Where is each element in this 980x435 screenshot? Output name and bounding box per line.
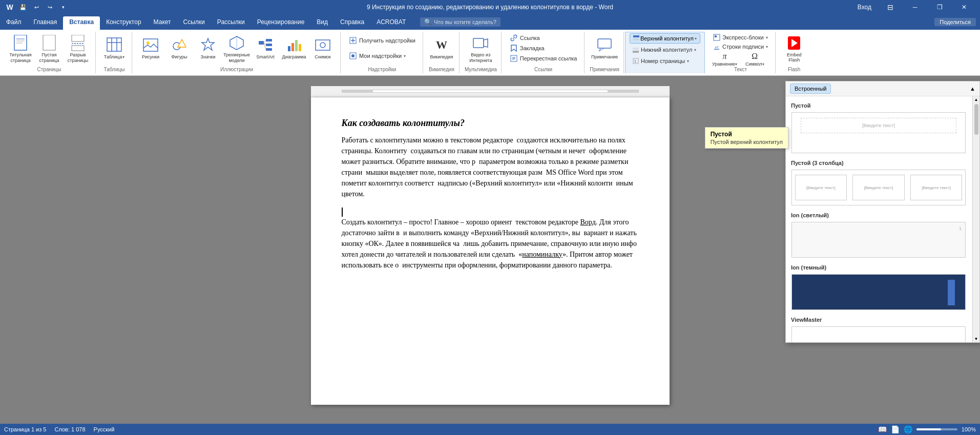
- footer-button[interactable]: Нижний колонтитул ▾: [630, 45, 700, 55]
- tab-help[interactable]: Справка: [334, 16, 370, 30]
- sign-in-button[interactable]: Вход: [851, 0, 878, 14]
- ribbon-tab-bar: Файл Главная Вставка Конструктор Макет С…: [0, 14, 980, 30]
- svg-rect-20: [266, 44, 272, 46]
- flash-group-content: Embed Flash: [781, 33, 807, 66]
- cross-ref-button[interactable]: Перекрестная ссылка: [507, 53, 580, 64]
- pictures-button[interactable]: Рисунки: [137, 33, 164, 64]
- tab-review[interactable]: Рецензирование: [251, 16, 311, 30]
- doc-paragraph-1: Работать с колонтитулами можно в текстов…: [342, 135, 639, 199]
- footer-dropdown-arrow: ▾: [694, 48, 696, 52]
- tab-insert[interactable]: Вставка: [63, 16, 100, 30]
- search-placeholder: Что вы хотите сделать?: [434, 19, 496, 25]
- bookmark-label: Закладка: [520, 45, 545, 51]
- zoom-slider[interactable]: [916, 428, 957, 430]
- svg-rect-19: [266, 39, 272, 42]
- header-item-ion-light[interactable]: 1: [791, 221, 967, 258]
- quick-parts-button[interactable]: Экспресс-блоки ▾: [710, 33, 771, 42]
- header-item-empty[interactable]: [Введите текст]: [791, 112, 967, 154]
- header-button[interactable]: Верхний колонтитул ▾: [630, 33, 700, 44]
- table-dropdown-arrow: ▾: [122, 55, 124, 59]
- screenshot-button[interactable]: Снимок: [309, 33, 336, 64]
- addins-group-content: Получить надстройки Мои надстройки ▾: [346, 33, 419, 66]
- signature-lines-button[interactable]: Строки подписи ▾: [710, 42, 771, 51]
- wikipedia-button[interactable]: W Википедия: [428, 33, 455, 64]
- svg-rect-45: [633, 35, 639, 37]
- tab-references[interactable]: Ссылки: [177, 16, 211, 30]
- close-button[interactable]: ✕: [952, 0, 976, 14]
- bookmark-button[interactable]: Закладка: [507, 43, 580, 53]
- page-number-button[interactable]: 1 Номер страницы ▾: [630, 56, 700, 66]
- 3d-models-button[interactable]: Трехмерные модели: [223, 33, 250, 66]
- print-view-button[interactable]: 📄: [891, 425, 900, 433]
- customize-qat-button[interactable]: ▾: [57, 2, 69, 13]
- scrollbar-down[interactable]: ▼: [973, 336, 979, 342]
- scrollbar-up[interactable]: ▲: [973, 96, 979, 103]
- shapes-button[interactable]: Фигуры: [166, 33, 193, 64]
- word-count: Слов: 1 078: [54, 426, 85, 432]
- page-number-icon: 1: [633, 58, 639, 64]
- embed-flash-button[interactable]: Embed Flash: [781, 33, 807, 65]
- header-tooltip: Пустой Пустой верхний колонтитул: [705, 127, 788, 149]
- ribbon: Файл Главная Вставка Конструктор Макет С…: [0, 14, 980, 76]
- dropdown-scroll-area[interactable]: Пустой [Введите текст] Пустой (3 столбца…: [786, 96, 972, 342]
- page-break-button[interactable]: Разрыв страницы: [65, 33, 91, 66]
- web-view-button[interactable]: 🌐: [904, 425, 912, 433]
- equation-button[interactable]: π Уравнение ▾: [710, 51, 739, 68]
- get-addins-button[interactable]: Получить надстройки: [346, 35, 419, 46]
- icons-button[interactable]: Значки: [195, 33, 221, 64]
- share-button[interactable]: Поделиться: [934, 18, 976, 26]
- accent-block: [948, 280, 955, 305]
- tab-home[interactable]: Главная: [28, 16, 64, 30]
- dropdown-scrollbar[interactable]: ▲ ▼: [972, 96, 979, 342]
- get-addins-label: Получить надстройки: [359, 37, 415, 44]
- scrollbar-thumb[interactable]: [974, 104, 978, 135]
- pages-group-content: Титульная страница Пустая страница Разры…: [7, 33, 91, 66]
- quick-parts-arrow: ▾: [766, 35, 768, 40]
- header-item-viewmaster[interactable]: [заголовок документа]: [791, 326, 967, 342]
- tab-file[interactable]: Файл: [0, 16, 28, 30]
- smartart-button[interactable]: SmartArt: [252, 33, 279, 64]
- comment-button[interactable]: Примечание: [591, 33, 618, 64]
- symbol-button[interactable]: Ω Символ ▾: [743, 51, 766, 68]
- video-button[interactable]: Видео из Интернета: [467, 33, 494, 66]
- svg-rect-21: [266, 48, 272, 51]
- pages-group-label: Страницы: [37, 67, 61, 72]
- document-page[interactable]: Как создавать колонтитулы? Работать с ко…: [311, 97, 670, 405]
- signature-lines-label: Строки подписи: [722, 44, 764, 50]
- ribbon-group-flash: Embed Flash Flash: [777, 32, 811, 73]
- ribbon-group-links: Ссылка Закладка Перекрестная ссылка: [503, 32, 585, 73]
- builtin-filter-button[interactable]: Встроенный: [790, 84, 831, 94]
- status-bar: Страница 1 из 5 Слов: 1 078 Русский 📖 📄 …: [0, 424, 980, 435]
- my-addins-button[interactable]: Мои надстройки ▾: [346, 51, 419, 61]
- header-item-ion-dark[interactable]: [791, 274, 967, 310]
- footer-icon: [633, 47, 639, 53]
- icons-ribbon-icon: [200, 37, 216, 53]
- hyperlink-button[interactable]: Ссылка: [507, 33, 580, 43]
- window-controls: Вход ⊟ ─ ❐ ✕: [851, 0, 976, 14]
- blank-page-button[interactable]: Пустая страница: [36, 33, 62, 66]
- title-page-button[interactable]: Титульная страница: [7, 33, 34, 66]
- save-qat-button[interactable]: 💾: [17, 2, 29, 13]
- tab-layout[interactable]: Макет: [148, 16, 177, 30]
- read-view-button[interactable]: 📖: [878, 425, 887, 433]
- tab-design[interactable]: Конструктор: [100, 16, 147, 30]
- table-button[interactable]: Таблица ▾: [101, 33, 128, 64]
- tab-mailings[interactable]: Рассылки: [211, 16, 251, 30]
- scroll-up-btn[interactable]: ▲: [970, 86, 975, 92]
- tab-view[interactable]: Вид: [310, 16, 334, 30]
- my-addins-arrow: ▾: [404, 54, 406, 58]
- ribbon-group-header-footer: Верхний колонтитул ▾ Нижний колонтитул ▾…: [625, 32, 705, 73]
- hyperlink-label: Ссылка: [520, 35, 540, 41]
- ribbon-display-button[interactable]: ⊟: [879, 0, 902, 14]
- screenshot-label: Снимок: [315, 54, 331, 59]
- 3d-models-label: Трехмерные модели: [223, 52, 250, 64]
- tab-acrobat[interactable]: ACROBAT: [370, 16, 412, 30]
- redo-qat-button[interactable]: ↪: [44, 2, 55, 13]
- ion-dark-thumbnail: [791, 274, 966, 310]
- section-label-empty: Пустой: [786, 98, 972, 110]
- minimize-button[interactable]: ─: [903, 0, 927, 14]
- restore-button[interactable]: ❐: [928, 0, 951, 14]
- chart-button[interactable]: Диаграмма: [281, 33, 307, 64]
- header-item-3col[interactable]: [Введите текст] [Введите текст] [Введите…: [791, 169, 967, 206]
- undo-qat-button[interactable]: ↩: [31, 2, 42, 13]
